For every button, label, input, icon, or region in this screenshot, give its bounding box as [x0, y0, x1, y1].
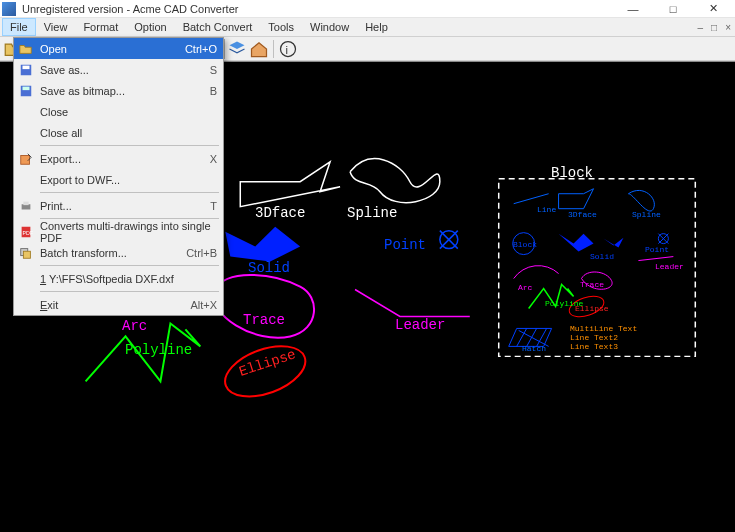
menu-format[interactable]: Format — [75, 18, 126, 36]
toolbar-layers-button[interactable] — [227, 39, 247, 59]
menu-view[interactable]: View — [36, 18, 76, 36]
svg-rect-34 — [23, 86, 30, 90]
svg-point-13 — [281, 41, 296, 56]
mdi-window-controls: – □ × — [698, 18, 735, 36]
toolbar-about-button[interactable]: i — [278, 39, 298, 59]
block-label-line: Line — [537, 205, 556, 214]
block-label-solid: Solid — [590, 252, 614, 261]
dropdown-item-print[interactable]: Print...T — [14, 195, 223, 216]
svg-line-20 — [514, 194, 549, 204]
titlebar: Unregistered version - Acme CAD Converte… — [0, 0, 735, 18]
menu-tools[interactable]: Tools — [260, 18, 302, 36]
bitmap-icon — [18, 83, 34, 99]
menu-help[interactable]: Help — [357, 18, 396, 36]
svg-rect-37 — [23, 201, 28, 205]
dropdown-item-label: Converts multi-drawings into single PDF — [40, 220, 217, 244]
dropdown-shortcut: Alt+X — [190, 299, 217, 311]
mdi-minimize-icon[interactable]: – — [698, 22, 704, 33]
close-button[interactable]: ✕ — [693, 1, 733, 17]
dropdown-item-label: Export to DWF... — [40, 174, 120, 186]
label-arc: Arc — [122, 318, 147, 334]
dropdown-item-batch-transform[interactable]: Batch transform...Ctrl+B — [14, 242, 223, 263]
maximize-button[interactable]: □ — [653, 1, 693, 17]
block-label-ml1: MultiLine Text — [570, 324, 637, 333]
block-label-leader: Leader — [655, 262, 684, 271]
label-polyline: Polyline — [125, 342, 192, 358]
svg-line-25 — [638, 257, 673, 261]
batch-icon — [18, 245, 34, 261]
dropdown-item-label: Close — [40, 106, 68, 118]
dropdown-separator — [40, 265, 219, 266]
menu-window[interactable]: Window — [302, 18, 357, 36]
dropdown-item-label: Save as bitmap... — [40, 85, 125, 97]
save-icon — [18, 62, 34, 78]
mdi-close-icon[interactable]: × — [725, 22, 731, 33]
label-point: Point — [384, 237, 426, 253]
dropdown-shortcut: X — [210, 153, 217, 165]
dropdown-shortcut: T — [210, 200, 217, 212]
label-solid: Solid — [248, 260, 290, 276]
open-icon — [18, 41, 34, 57]
dropdown-item-converts-multi-drawings-into-single-pdf[interactable]: PDFConverts multi-drawings into single P… — [14, 221, 223, 242]
dropdown-shortcut: Ctrl+B — [186, 247, 217, 259]
dropdown-item-label: Batch transform... — [40, 247, 127, 259]
file-dropdown: OpenCtrl+OSave as...SSave as bitmap...BC… — [13, 37, 224, 316]
dropdown-item-export[interactable]: Export...X — [14, 148, 223, 169]
toolbar-home-button[interactable] — [249, 39, 269, 59]
menu-batch-convert[interactable]: Batch Convert — [175, 18, 261, 36]
svg-rect-41 — [23, 251, 30, 258]
window-title: Unregistered version - Acme CAD Converte… — [22, 3, 613, 15]
svg-rect-32 — [23, 65, 30, 69]
dropdown-item-exit[interactable]: ExitAlt+X — [14, 294, 223, 315]
label-3dface: 3Dface — [255, 205, 305, 221]
dropdown-separator — [40, 145, 219, 146]
label-spline: Spline — [347, 205, 397, 221]
menu-file[interactable]: File — [2, 18, 36, 36]
pdf-icon: PDF — [18, 224, 34, 240]
block-label-trace: Trace — [580, 280, 604, 289]
dropdown-separator — [40, 291, 219, 292]
dropdown-item-close-all[interactable]: Close all — [14, 122, 223, 143]
dropdown-shortcut: B — [210, 85, 217, 97]
dropdown-separator — [40, 192, 219, 193]
block-label-3dface: 3Dface — [568, 210, 597, 219]
print-icon — [18, 198, 34, 214]
app-icon — [2, 2, 16, 16]
dropdown-item-label: Export... — [40, 153, 81, 165]
label-leader: Leader — [395, 317, 445, 333]
label-block: Block — [551, 165, 593, 181]
label-trace: Trace — [243, 312, 285, 328]
mdi-restore-icon[interactable]: □ — [711, 22, 717, 33]
block-label-ml3: Line Text3 — [570, 342, 618, 351]
dropdown-item-save-as-bitmap[interactable]: Save as bitmap...B — [14, 80, 223, 101]
dropdown-item-1-y-ffs-softpedia-dxf-dxf[interactable]: 1 Y:\FFS\Softpedia DXF.dxf — [14, 268, 223, 289]
export-icon — [18, 151, 34, 167]
dropdown-item-export-to-dwf[interactable]: Export to DWF... — [14, 169, 223, 190]
toolbar-separator — [273, 40, 274, 58]
block-label-hatch: Hatch — [522, 344, 546, 353]
dropdown-item-label: Print... — [40, 200, 72, 212]
dropdown-item-label: Save as... — [40, 64, 89, 76]
menu-option[interactable]: Option — [126, 18, 174, 36]
block-label-ml2: Line Text2 — [570, 333, 618, 342]
menubar: File View Format Option Batch Convert To… — [0, 18, 735, 37]
dropdown-item-label: 1 Y:\FFS\Softpedia DXF.dxf — [40, 273, 174, 285]
block-label-point: Point — [645, 245, 669, 254]
dropdown-item-save-as[interactable]: Save as...S — [14, 59, 223, 80]
dropdown-item-label: Open — [40, 43, 67, 55]
block-label-ellipse: Ellipse — [575, 304, 609, 313]
block-label-block: Block — [513, 240, 537, 249]
block-label-spline: Spline — [632, 210, 661, 219]
svg-text:PDF: PDF — [23, 229, 34, 235]
dropdown-item-label: Close all — [40, 127, 82, 139]
svg-text:i: i — [286, 44, 289, 56]
dropdown-shortcut: S — [210, 64, 217, 76]
minimize-button[interactable]: — — [613, 1, 653, 17]
dropdown-item-label: Exit — [40, 299, 58, 311]
dropdown-shortcut: Ctrl+O — [185, 43, 217, 55]
window-controls: — □ ✕ — [613, 1, 733, 17]
dropdown-item-close[interactable]: Close — [14, 101, 223, 122]
block-label-arc: Arc — [518, 283, 532, 292]
dropdown-item-open[interactable]: OpenCtrl+O — [14, 38, 223, 59]
